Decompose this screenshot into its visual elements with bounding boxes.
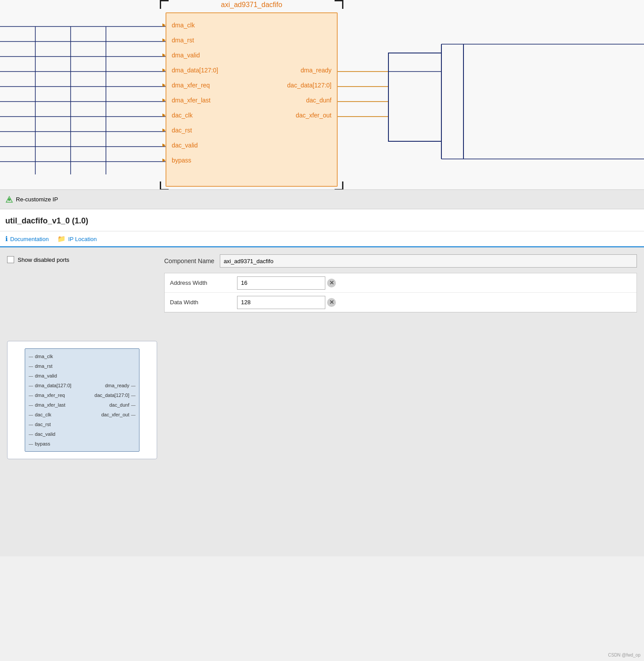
component-title: util_dacfifo_v1_0 (1.0) [5,216,639,226]
mini-dash-r4: — [131,412,136,417]
param-row-address-width: Address Width ✕ [165,273,636,293]
component-name-label: Component Name [164,257,215,264]
ip-block: axi_ad9371_dacfifo dma_clk dma_rst dma_v… [166,12,338,187]
mini-label-dma-xfer-last: dma_xfer_last [35,402,65,408]
main-content: Show disabled ports — dma_clk — dma_rst [0,247,644,556]
mini-port-dma-ready-right: dma_ready — [105,383,136,388]
port-dac-xfer-out: dac_xfer_out [296,112,331,119]
port-dma-clk: dma_clk [172,22,195,29]
ip-port-row-7: dac_clk dac_xfer_out [172,108,331,123]
ip-ports: dma_clk dma_rst dma_valid dma_data[127:0… [166,13,337,186]
mini-port-row-8: — dac_rst [29,419,136,429]
mini-label-dma-valid: dma_valid [35,373,57,378]
ip-port-row-2: dma_rst [172,33,331,48]
mini-label-dma-clk: dma_clk [35,354,53,359]
ip-location-link[interactable]: 📁 IP Location [57,235,97,243]
port-dma-data: dma_data[127:0] [172,67,218,74]
mini-dash-5: — [29,393,33,398]
documentation-label: Documentation [10,236,49,242]
port-dac-rst: dac_rst [172,127,192,134]
show-disabled-label: Show disabled ports [18,257,69,263]
param-input-address-width[interactable] [237,276,325,290]
title-section: util_dacfifo_v1_0 (1.0) [0,209,644,231]
mini-port-dma-rst-left: — dma_rst [29,363,53,369]
port-dac-dunf: dac_dunf [306,97,331,104]
mini-dash-1: — [29,354,33,359]
right-panel: Component Name Address Width ✕ Data Widt… [164,254,637,549]
param-input-wrap-data-width: ✕ [237,296,336,309]
mini-label-dac-rst: dac_rst [35,422,51,427]
mini-port-row-7: — dac_clk dac_xfer_out — [29,410,136,419]
component-name-input[interactable] [220,254,637,268]
mini-label-dac-clk: dac_clk [35,412,51,417]
recustomize-icon [5,196,13,204]
mini-label-dma-data: dma_data[127:0] [35,383,72,388]
port-dma-xfer-last: dma_xfer_last [172,97,211,104]
folder-icon: 📁 [57,235,66,243]
mini-dash-7: — [29,412,33,417]
bracket-bl [160,181,169,190]
ip-location-label: IP Location [68,236,97,242]
mini-port-dma-data-left: — dma_data[127:0] [29,383,72,388]
mini-dash-4: — [29,383,33,388]
port-bypass: bypass [172,157,191,164]
port-dma-ready: dma_ready [301,67,331,74]
mini-dash-2: — [29,364,33,369]
show-disabled-checkbox[interactable] [7,256,14,263]
mini-label-dac-data: dac_data[127:0] [94,393,129,398]
diagram-area: axi_ad9371_dacfifo dma_clk dma_rst dma_v… [0,0,644,190]
port-dma-xfer-req: dma_xfer_req [172,82,210,89]
port-dac-clk: dac_clk [172,112,192,119]
mini-port-dac-valid-left: — dac_valid [29,431,55,437]
port-dma-rst: dma_rst [172,37,194,44]
watermark: CSDN @fwd_op [608,653,640,657]
mini-port-row-6: — dma_xfer_last dac_dunf — [29,400,136,410]
bracket-tr [335,0,343,9]
ip-port-row-4: dma_data[127:0] dma_ready [172,63,331,78]
documentation-link[interactable]: ℹ Documentation [5,235,49,243]
info-icon: ℹ [5,235,8,243]
param-clear-data-width[interactable]: ✕ [327,298,336,307]
svg-point-35 [8,198,11,201]
mini-port-dac-xfer-out-right: dac_xfer_out — [101,412,136,417]
mini-label-bypass: bypass [35,441,50,446]
mini-ip-block: — dma_clk — dma_rst — dma_valid [25,348,139,452]
mini-port-row-3: — dma_valid [29,371,136,381]
param-label-address-width: Address Width [170,280,232,286]
mini-port-row-4: — dma_data[127:0] dma_ready — [29,381,136,390]
mini-label-dac-xfer-out: dac_xfer_out [101,412,129,417]
mini-port-bypass-left: — bypass [29,441,50,446]
mini-port-dac-clk-left: — dac_clk [29,412,51,417]
mini-label-dma-rst: dma_rst [35,363,53,369]
ip-port-row-6: dma_xfer_last dac_dunf [172,93,331,108]
mini-label-dma-xfer-req: dma_xfer_req [35,393,65,398]
ip-block-title: axi_ad9371_dacfifo [166,1,337,9]
params-container: Address Width ✕ Data Width ✕ [164,273,637,313]
port-dac-valid: dac_valid [172,142,198,149]
param-input-wrap-address-width: ✕ [237,276,336,290]
param-row-data-width: Data Width ✕ [165,293,636,312]
bracket-tl [160,0,169,9]
recustomize-label: Re-customize IP [16,196,58,203]
component-name-row: Component Name [164,254,637,268]
mini-label-dma-ready: dma_ready [105,383,129,388]
mini-port-row-5: — dma_xfer_req dac_data[127:0] — [29,390,136,400]
mini-port-dac-rst-left: — dac_rst [29,422,51,427]
recustomize-bar[interactable]: Re-customize IP [0,190,644,209]
show-disabled-row: Show disabled ports [7,254,157,265]
mini-label-dac-valid: dac_valid [35,431,55,437]
mini-port-dac-dunf-right: dac_dunf — [109,402,136,408]
mini-port-row-2: — dma_rst [29,361,136,371]
mini-dash-8: — [29,422,33,427]
ip-port-row-10: bypass [172,153,331,168]
mini-dash-3: — [29,374,33,378]
param-input-data-width[interactable] [237,296,325,309]
mini-port-dac-data-right: dac_data[127:0] — [94,393,136,398]
mini-dash-r1: — [131,383,136,388]
mini-port-row-1: — dma_clk [29,351,136,361]
left-panel: Show disabled ports — dma_clk — dma_rst [7,254,157,549]
mini-port-dma-xfer-req-left: — dma_xfer_req [29,393,65,398]
port-dac-data: dac_data[127:0] [287,82,331,89]
param-clear-address-width[interactable]: ✕ [327,279,336,287]
mini-ip-container: — dma_clk — dma_rst — dma_valid [7,341,157,459]
